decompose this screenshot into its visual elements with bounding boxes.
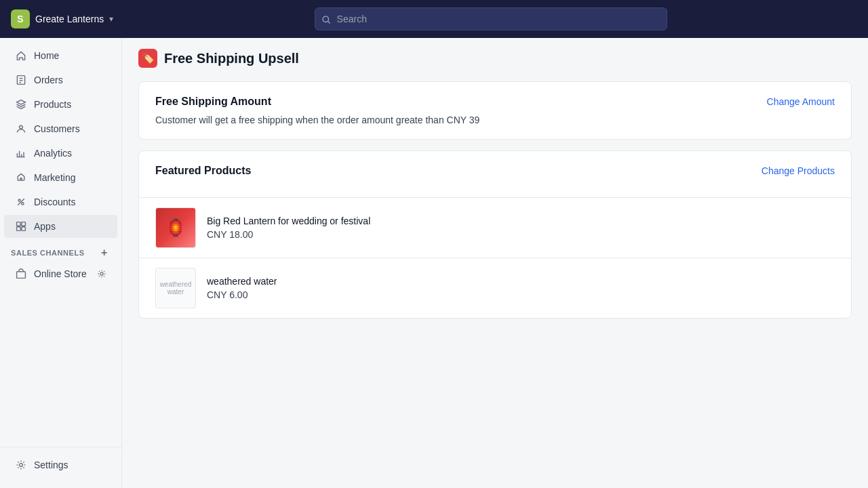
free-shipping-card: Free Shipping Amount Change Amount Custo… xyxy=(138,81,852,140)
change-amount-link[interactable]: Change Amount xyxy=(767,96,835,107)
customers-icon xyxy=(15,123,27,135)
sidebar-marketing-label: Marketing xyxy=(34,172,75,183)
product-image-1: weathered water xyxy=(155,268,196,308)
svg-point-0 xyxy=(323,16,328,22)
settings-icon xyxy=(15,459,27,471)
add-channel-button[interactable]: + xyxy=(98,247,111,259)
sidebar-item-apps[interactable]: Apps xyxy=(4,215,117,238)
discounts-icon xyxy=(15,196,27,208)
svg-rect-20 xyxy=(17,272,26,279)
sidebar-item-marketing[interactable]: Marketing xyxy=(4,166,117,189)
sidebar-apps-label: Apps xyxy=(34,221,56,232)
app-layout: Home Orders Products xyxy=(0,38,868,488)
orders-icon xyxy=(15,74,27,86)
sidebar-home-label: Home xyxy=(34,50,59,61)
sidebar-item-online-store[interactable]: Online Store xyxy=(4,262,117,285)
svg-point-21 xyxy=(100,272,103,275)
online-store-settings-icon[interactable] xyxy=(97,269,106,279)
home-icon xyxy=(15,49,27,62)
sidebar-bottom: Settings xyxy=(0,447,121,483)
featured-products-title: Featured Products xyxy=(155,165,251,177)
featured-products-header: Featured Products Change Products xyxy=(155,165,835,177)
main-content: 🏷️ Free Shipping Upsell Free Shipping Am… xyxy=(122,38,868,488)
sidebar-item-orders[interactable]: Orders xyxy=(4,68,117,92)
sidebar-item-settings[interactable]: Settings xyxy=(4,453,117,476)
sidebar-discounts-label: Discounts xyxy=(34,197,75,207)
sidebar-item-home[interactable]: Home xyxy=(4,44,117,67)
svg-line-1 xyxy=(328,22,330,24)
search-input[interactable] xyxy=(315,7,667,30)
apps-icon xyxy=(15,220,27,232)
top-nav: S Greate Lanterns ▾ xyxy=(0,0,868,38)
product-name-1: weathered water xyxy=(207,276,277,287)
product-image-0: 🏮 xyxy=(155,207,196,248)
free-shipping-section: Free Shipping Amount Change Amount Custo… xyxy=(139,82,851,139)
analytics-icon xyxy=(15,147,27,159)
change-products-link[interactable]: Change Products xyxy=(762,165,835,176)
sidebar-products-label: Products xyxy=(34,99,71,110)
product-img-placeholder-0: 🏮 xyxy=(156,207,195,248)
sidebar-item-discounts[interactable]: Discounts xyxy=(4,190,117,214)
product-item-0: 🏮 Big Red Lantern for wedding or festiva… xyxy=(139,197,851,258)
sidebar-customers-label: Customers xyxy=(34,123,80,134)
svg-rect-19 xyxy=(22,227,26,231)
sidebar-item-customers[interactable]: Customers xyxy=(4,117,117,140)
search-bar xyxy=(315,7,667,30)
svg-point-6 xyxy=(20,125,23,129)
sales-channels-header: SALES CHANNELS + xyxy=(0,239,121,262)
product-price-0: CNY 18.00 xyxy=(207,229,370,240)
sidebar-orders-label: Orders xyxy=(34,75,63,85)
products-icon xyxy=(15,98,27,110)
channels-section-label: SALES CHANNELS xyxy=(11,249,85,257)
online-store-label: Online Store xyxy=(34,268,87,279)
sidebar-analytics-label: Analytics xyxy=(34,148,72,159)
featured-products-header-section: Featured Products Change Products xyxy=(139,151,851,197)
page-title: Free Shipping Upsell xyxy=(164,51,299,66)
sidebar-item-products[interactable]: Products xyxy=(4,93,117,116)
product-info-1: weathered water CNY 6.00 xyxy=(207,276,277,300)
app-icon: 🏷️ xyxy=(142,53,154,64)
app-icon-badge: 🏷️ xyxy=(138,49,157,68)
settings-label: Settings xyxy=(34,460,68,470)
product-img-alt-1: weathered water xyxy=(159,281,193,296)
svg-point-22 xyxy=(20,464,23,467)
svg-point-12 xyxy=(20,178,22,179)
free-shipping-title: Free Shipping Amount xyxy=(155,96,271,108)
product-info-0: Big Red Lantern for wedding or festival … xyxy=(207,216,370,240)
svg-rect-16 xyxy=(17,222,21,226)
svg-rect-17 xyxy=(22,222,26,226)
sidebar-item-analytics[interactable]: Analytics xyxy=(4,142,117,165)
svg-point-13 xyxy=(18,199,20,201)
marketing-icon xyxy=(15,171,27,184)
product-item-1: weathered water weathered water CNY 6.00 xyxy=(139,258,851,318)
search-icon xyxy=(321,14,331,24)
page-header: 🏷️ Free Shipping Upsell xyxy=(138,49,852,68)
free-shipping-description: Customer will get a free shipping when t… xyxy=(155,115,835,125)
store-name-label: Greate Lanterns xyxy=(35,14,104,24)
free-shipping-header: Free Shipping Amount Change Amount xyxy=(155,96,835,108)
store-switcher[interactable]: S Greate Lanterns ▾ xyxy=(11,9,113,28)
svg-point-14 xyxy=(22,203,24,205)
shopify-logo-icon: S xyxy=(11,9,30,28)
sidebar: Home Orders Products xyxy=(0,38,122,488)
featured-products-card: Featured Products Change Products 🏮 Big … xyxy=(138,150,852,319)
svg-rect-18 xyxy=(17,227,21,231)
online-store-icon xyxy=(15,268,27,280)
product-price-1: CNY 6.00 xyxy=(207,289,277,300)
chevron-down-icon: ▾ xyxy=(109,14,113,24)
product-name-0: Big Red Lantern for wedding or festival xyxy=(207,216,370,226)
